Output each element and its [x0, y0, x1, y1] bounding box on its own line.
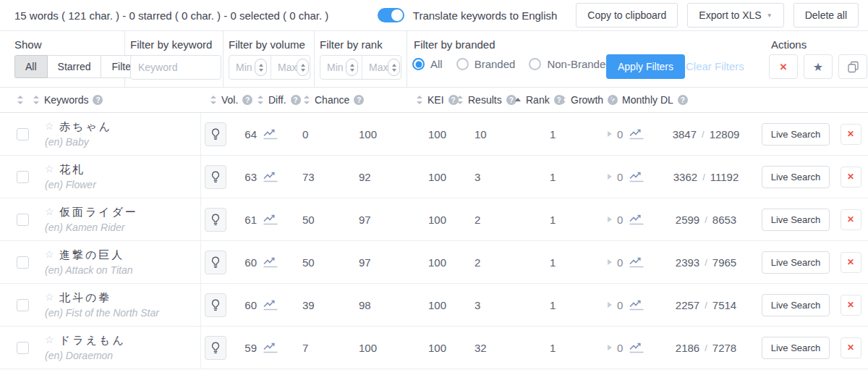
sort-icon — [417, 96, 423, 104]
column-header-monthly-dl[interactable]: Monthly DL — [611, 94, 688, 106]
monthly-dl-value: 2186 — [676, 342, 699, 354]
row-checkbox[interactable] — [17, 171, 29, 183]
results-value: 3 — [475, 171, 480, 183]
copy-selected-button[interactable] — [838, 54, 867, 79]
rank-history-chart-icon[interactable] — [629, 256, 644, 268]
live-search-button[interactable]: Live Search — [762, 166, 830, 188]
delete-x-icon: ✕ — [780, 62, 788, 72]
rank-history-chart-icon[interactable] — [629, 128, 644, 140]
volume-history-chart-icon[interactable] — [263, 214, 278, 225]
star-outline-icon[interactable]: ☆ — [45, 120, 59, 133]
column-header-keywords[interactable]: Keywords — [33, 94, 103, 106]
rank-max-input[interactable] — [369, 62, 388, 73]
column-header-kei[interactable]: KEI — [417, 94, 459, 106]
volume-history-chart-icon[interactable] — [263, 256, 278, 268]
keyword-translation: (en) Flower — [45, 179, 200, 190]
rank-history-chart-icon[interactable] — [629, 171, 644, 182]
live-search-button[interactable]: Live Search — [762, 123, 830, 146]
row-checkbox[interactable] — [17, 342, 29, 354]
live-search-button[interactable]: Live Search — [762, 294, 830, 316]
column-header-chance[interactable]: Chance — [304, 94, 364, 106]
rank-value: 1 — [550, 171, 556, 183]
live-search-button[interactable]: Live Search — [762, 209, 830, 231]
suggest-keywords-button[interactable] — [205, 165, 226, 189]
rank-history-chart-icon[interactable] — [629, 299, 644, 311]
suggest-keywords-button[interactable] — [205, 122, 226, 146]
keyword-translation: (en) Baby — [45, 136, 200, 148]
help-icon[interactable] — [354, 95, 364, 105]
chance-value: 97 — [359, 214, 371, 226]
delete-row-button[interactable]: ✕ — [841, 337, 861, 358]
keyword-translation: (en) Kamen Rider — [45, 222, 200, 233]
volume-history-chart-icon[interactable] — [263, 171, 278, 182]
column-header-growth[interactable]: Growth — [560, 94, 618, 106]
rank-value: 1 — [550, 128, 556, 140]
kei-value: 100 — [428, 128, 446, 140]
stepper-icon[interactable] — [297, 59, 309, 76]
suggest-keywords-button[interactable] — [205, 208, 226, 232]
delete-row-button[interactable]: ✕ — [841, 295, 861, 316]
rank-min-input[interactable] — [327, 62, 346, 73]
volume-history-chart-icon[interactable] — [263, 128, 278, 140]
apply-filters-button[interactable]: Apply Filters — [606, 54, 685, 79]
star-selected-button[interactable]: ★ — [804, 54, 833, 79]
lightbulb-icon — [211, 214, 220, 226]
remove-selected-button[interactable]: ✕ — [769, 54, 798, 79]
star-outline-icon[interactable]: ☆ — [45, 291, 59, 303]
column-header-rank[interactable]: Rank — [515, 94, 564, 106]
growth-value: 0 — [617, 214, 623, 226]
help-icon[interactable] — [291, 95, 301, 105]
row-checkbox[interactable] — [17, 256, 29, 269]
live-search-button[interactable]: Live Search — [762, 251, 830, 274]
show-starred-button[interactable]: Starred — [48, 55, 102, 78]
help-icon[interactable] — [678, 95, 688, 105]
volume-history-chart-icon[interactable] — [263, 342, 278, 353]
suggest-keywords-button[interactable] — [205, 251, 226, 274]
volume-max-input[interactable] — [278, 62, 297, 73]
branded-option-all[interactable]: All — [412, 58, 443, 70]
column-header-vol[interactable]: Vol. — [210, 94, 252, 106]
stepper-icon[interactable] — [255, 59, 267, 76]
keyword-text: ドラえもん — [59, 334, 126, 347]
delete-row-button[interactable]: ✕ — [841, 252, 861, 273]
chevron-down-icon: ▼ — [767, 12, 773, 19]
sort-checkbox-column[interactable] — [17, 96, 24, 104]
star-outline-icon[interactable]: ☆ — [45, 206, 59, 218]
translate-toggle[interactable] — [378, 8, 404, 22]
help-icon[interactable] — [242, 95, 252, 105]
row-checkbox[interactable] — [17, 299, 29, 311]
rank-history-chart-icon[interactable] — [629, 342, 644, 353]
live-search-button[interactable]: Live Search — [762, 337, 830, 359]
star-outline-icon[interactable]: ☆ — [45, 163, 59, 175]
volume-history-chart-icon[interactable] — [263, 299, 278, 311]
delete-row-button[interactable]: ✕ — [841, 167, 861, 188]
star-outline-icon[interactable]: ☆ — [45, 334, 59, 346]
keyword-filter-input[interactable] — [130, 55, 221, 80]
rank-max-field — [362, 56, 404, 79]
clear-filters-link[interactable]: Clear Filters — [686, 60, 744, 72]
column-header-results[interactable]: Results — [457, 94, 516, 106]
suggest-keywords-button[interactable] — [205, 336, 226, 360]
monthly-dl-value: 2599 — [676, 214, 699, 226]
row-checkbox[interactable] — [17, 128, 29, 140]
stepper-icon[interactable] — [388, 59, 400, 76]
rank-history-chart-icon[interactable] — [629, 214, 644, 225]
delete-row-button[interactable]: ✕ — [841, 209, 861, 230]
delete-row-button[interactable]: ✕ — [841, 124, 861, 145]
star-outline-icon[interactable]: ☆ — [45, 248, 59, 261]
volume-min-input[interactable] — [236, 62, 255, 73]
suggest-keywords-button[interactable] — [205, 293, 226, 317]
sort-icon — [611, 96, 618, 104]
branded-option-non-branded[interactable]: Non-Branded — [529, 58, 611, 70]
help-icon[interactable] — [93, 95, 103, 105]
copy-to-clipboard-button[interactable]: Copy to clipboard — [576, 3, 678, 28]
row-checkbox[interactable] — [17, 214, 29, 226]
growth-direction-icon — [608, 216, 612, 222]
branded-option-branded[interactable]: Branded — [456, 58, 516, 70]
stepper-icon[interactable] — [346, 59, 358, 76]
rank-minmax-fields — [320, 55, 401, 80]
show-all-button[interactable]: All — [14, 55, 48, 78]
export-to-xls-button[interactable]: Export to XLS ▼ — [687, 3, 783, 28]
column-header-diff[interactable]: Diff. — [258, 94, 301, 106]
delete-all-button[interactable]: Delete all — [793, 3, 859, 28]
